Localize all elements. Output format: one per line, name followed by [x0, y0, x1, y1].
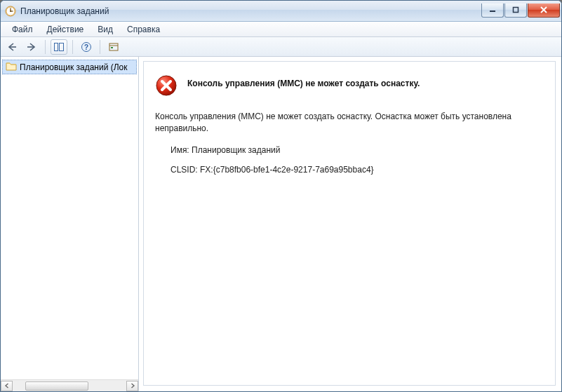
window-title: Планировщик заданий [20, 6, 481, 16]
error-panel: Консоль управления (MMC) не может создат… [143, 61, 556, 386]
scroll-right-button[interactable] [126, 381, 138, 391]
error-clsid-row: CLSID: FX:{c7b8fb06-bfe1-4c2e-9217-7a69a… [155, 165, 544, 175]
error-clsid-label: CLSID: [170, 165, 198, 175]
show-hide-tree-button[interactable] [51, 39, 67, 55]
horizontal-scrollbar[interactable] [1, 379, 138, 391]
toolbar-separator [100, 40, 100, 54]
window-controls [481, 4, 560, 18]
menu-help[interactable]: Справка [120, 23, 167, 36]
body: Планировщик заданий (Лок [1, 57, 561, 391]
tree-root-label: Планировщик заданий (Лок [20, 62, 128, 72]
help-button[interactable]: ? [78, 39, 95, 55]
error-name-value: Планировщик заданий [192, 145, 280, 155]
error-body-text: Консоль управления (MMC) не может создат… [155, 111, 544, 135]
svg-rect-7 [55, 43, 58, 50]
error-header: Консоль управления (MMC) не может создат… [155, 74, 544, 97]
folder-icon [6, 61, 17, 73]
svg-rect-6 [514, 8, 518, 13]
titlebar[interactable]: Планировщик заданий [1, 1, 561, 22]
menu-file[interactable]: Файл [5, 23, 40, 36]
app-window: Планировщик заданий Файл Действие Вид Сп… [0, 0, 562, 392]
svg-text:?: ? [84, 43, 88, 51]
svg-rect-11 [109, 43, 118, 50]
maximize-button[interactable] [504, 4, 527, 18]
close-button[interactable] [528, 4, 560, 18]
scroll-track[interactable] [13, 381, 126, 391]
error-name-row: Имя: Планировщик заданий [155, 145, 544, 155]
menu-view[interactable]: Вид [91, 23, 120, 36]
back-button[interactable] [4, 39, 20, 55]
forward-button[interactable] [23, 39, 40, 55]
error-heading: Консоль управления (MMC) не может создат… [187, 79, 420, 88]
error-clsid-value: FX:{c7b8fb06-bfe1-4c2e-9217-7a69a95bbac4… [200, 165, 374, 175]
scroll-left-button[interactable] [1, 381, 13, 391]
minimize-button[interactable] [481, 4, 504, 18]
svg-rect-8 [60, 43, 64, 50]
tree-view[interactable]: Планировщик заданий (Лок [1, 57, 138, 379]
tree-root-item[interactable]: Планировщик заданий (Лок [2, 60, 137, 74]
toolbar-separator [45, 40, 46, 54]
content-pane: Консоль управления (MMC) не может создат… [139, 57, 561, 391]
scroll-thumb[interactable] [25, 381, 88, 391]
error-name-label: Имя: [170, 145, 189, 155]
app-icon [5, 6, 16, 17]
error-icon [155, 74, 178, 97]
menu-action[interactable]: Действие [40, 23, 91, 36]
toolbar-separator [72, 40, 73, 54]
svg-rect-13 [111, 47, 113, 48]
sidebar: Планировщик заданий (Лок [1, 57, 139, 391]
properties-button[interactable] [105, 39, 122, 55]
toolbar: ? [1, 37, 561, 57]
menubar: Файл Действие Вид Справка [1, 22, 561, 37]
svg-point-4 [10, 11, 11, 12]
